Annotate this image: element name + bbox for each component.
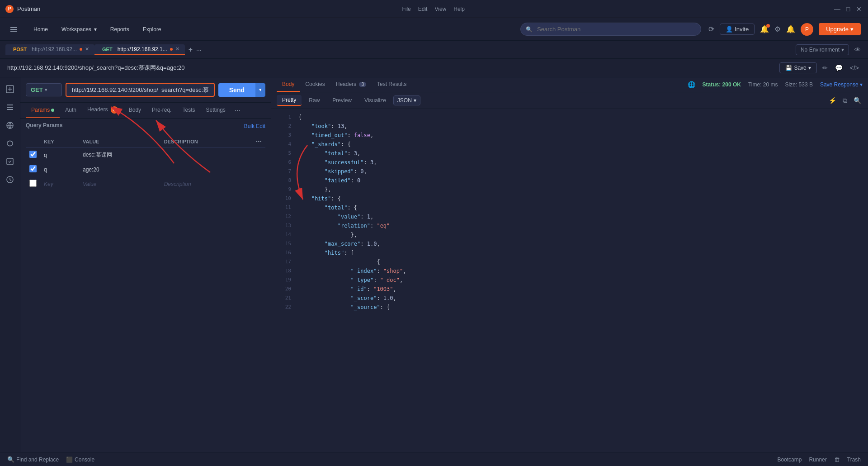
minimize-button[interactable]: —: [834, 5, 841, 13]
environment-selector[interactable]: No Environment ▾: [796, 44, 849, 55]
param-1-key[interactable]: q: [40, 148, 79, 162]
sidebar-new-icon[interactable]: [2, 81, 18, 97]
sync-icon[interactable]: ⟳: [708, 25, 714, 33]
edit-icon[interactable]: ✏: [821, 62, 830, 73]
headers-badge: 6: [111, 106, 118, 114]
url-input[interactable]: [66, 83, 215, 97]
json-colon: :: [331, 123, 337, 129]
tab-get[interactable]: GET http://192.168.92.1... ✕: [94, 44, 185, 55]
tab-headers[interactable]: Headers 6: [82, 103, 123, 118]
menu-help[interactable]: Help: [450, 4, 468, 14]
method-selector[interactable]: GET ▾: [26, 83, 62, 96]
tab-prereq[interactable]: Pre-req.: [146, 103, 177, 118]
explore-tab[interactable]: Explore: [137, 24, 168, 35]
resp-tab-cookies[interactable]: Cookies: [300, 77, 330, 92]
home-tab[interactable]: Home: [27, 24, 54, 35]
send-button[interactable]: Send: [218, 83, 255, 97]
tab-post[interactable]: POST http://192.168.92... ✕: [5, 44, 94, 55]
search-input[interactable]: [520, 23, 701, 36]
tab-get-close[interactable]: ✕: [175, 46, 179, 52]
statusbar: 🔍 Find and Replace ⬛ Console Bootcamp Ru…: [0, 452, 868, 466]
send-dropdown[interactable]: ▾: [255, 83, 265, 97]
filter-icon[interactable]: ⚡: [827, 95, 838, 105]
tab-tests[interactable]: Tests: [177, 103, 200, 118]
sidebar-toggle[interactable]: [7, 23, 20, 36]
search-response-icon[interactable]: 🔍: [852, 95, 863, 105]
profile-avatar[interactable]: P: [801, 23, 813, 36]
resp-tab-tests[interactable]: Test Results: [372, 77, 412, 92]
json-line-18: 18 "_index": "shop",: [271, 266, 868, 276]
param-2-key[interactable]: q: [40, 162, 79, 177]
params-more-icon[interactable]: ···: [256, 138, 262, 145]
format-pretty-btn[interactable]: Pretty: [277, 95, 302, 106]
code-icon[interactable]: </>: [848, 62, 861, 73]
more-req-tabs[interactable]: ···: [231, 103, 244, 118]
json-colon: :: [360, 241, 367, 247]
sidebar-history-icon[interactable]: [2, 171, 18, 188]
comment-icon[interactable]: 💬: [833, 62, 844, 73]
format-visualize-btn[interactable]: Visualize: [359, 95, 392, 105]
find-replace-label[interactable]: Find and Replace: [16, 456, 59, 463]
menu-edit[interactable]: Edit: [415, 4, 431, 14]
copy-icon[interactable]: ⧉: [841, 95, 849, 106]
notifications-icon[interactable]: 🔔: [786, 25, 795, 33]
format-raw-btn[interactable]: Raw: [303, 95, 325, 105]
menu-view[interactable]: View: [431, 4, 450, 14]
sidebar-apis-icon[interactable]: [2, 117, 18, 133]
param-2-desc[interactable]: [160, 162, 252, 177]
param-empty-value[interactable]: Value: [79, 177, 160, 191]
json-line-2: 2 "took": 13,: [271, 122, 868, 131]
response-status: 🌐 Status: 200 OK Time: 20 ms Size: 533 B…: [688, 81, 863, 88]
save-button[interactable]: 💾 Trash Save ▾: [779, 62, 816, 73]
console-label[interactable]: Console: [75, 456, 94, 463]
runner-label[interactable]: Runner: [809, 456, 826, 463]
sidebar-collections-icon[interactable]: [2, 99, 18, 115]
sync-status-icon[interactable]: 🔔: [760, 25, 769, 33]
tab-body[interactable]: Body: [123, 103, 146, 118]
json-line-14: 14 },: [271, 230, 868, 239]
settings-icon[interactable]: ⚙: [774, 25, 781, 33]
param-1-desc[interactable]: [160, 148, 252, 162]
tab-auth[interactable]: Auth: [60, 103, 82, 118]
tab-params[interactable]: Params: [26, 103, 60, 118]
line-number-9: 9: [275, 185, 291, 194]
line-content-2: "took": 13,: [298, 122, 347, 131]
sidebar-environments-icon[interactable]: [2, 135, 18, 152]
param-empty-key[interactable]: Key: [40, 177, 79, 191]
sidebar-mock-icon[interactable]: [2, 153, 18, 170]
json-key: "timed_out": [311, 132, 347, 138]
save-response-button[interactable]: Save Response ▾: [820, 81, 863, 88]
json-colon: :: [370, 223, 377, 229]
more-tabs-button[interactable]: ···: [196, 46, 202, 53]
tab-post-close[interactable]: ✕: [85, 46, 89, 52]
json-line-22: 22 "_source": {: [271, 303, 868, 312]
resp-tab-body[interactable]: Body: [277, 77, 300, 92]
json-number: 1.0: [383, 295, 393, 301]
maximize-button[interactable]: □: [844, 5, 852, 13]
trash-label[interactable]: Trash: [847, 456, 861, 463]
resp-tab-headers[interactable]: Headers 3: [330, 77, 372, 92]
line-content-22: "_source": {: [298, 303, 390, 312]
param-2-checkbox[interactable]: [29, 165, 37, 172]
bulk-edit-button[interactable]: Bulk Edit: [244, 123, 265, 129]
tab-settings[interactable]: Settings: [200, 103, 231, 118]
param-2-value[interactable]: age:20: [79, 162, 160, 177]
param-empty-checkbox[interactable]: [29, 180, 37, 187]
response-tabs: Body Cookies Headers 3 Test Results: [277, 77, 412, 92]
param-empty-desc[interactable]: Description: [160, 177, 252, 191]
invite-button[interactable]: 👤 Invite: [720, 24, 755, 35]
param-1-checkbox[interactable]: [29, 151, 37, 158]
add-tab-button[interactable]: +: [185, 45, 196, 55]
format-preview-btn[interactable]: Preview: [327, 95, 357, 105]
language-selector[interactable]: JSON ▾: [393, 95, 420, 105]
eye-icon[interactable]: 👁: [853, 44, 863, 55]
menu-file[interactable]: File: [398, 4, 414, 14]
close-button[interactable]: ✕: [855, 5, 863, 13]
reports-tab[interactable]: Reports: [104, 24, 136, 35]
workspaces-tab[interactable]: Workspaces ▾: [55, 24, 103, 35]
bootcamp-label[interactable]: Bootcamp: [777, 456, 802, 463]
main-layout: GET ▾ Send ▾ Params Auth Headers 6 Body …: [0, 77, 868, 452]
param-1-value[interactable]: desc:慕课网: [79, 148, 160, 162]
upgrade-button[interactable]: Upgrade ▾: [819, 23, 861, 35]
col-desc: DESCRIPTION: [160, 136, 252, 148]
